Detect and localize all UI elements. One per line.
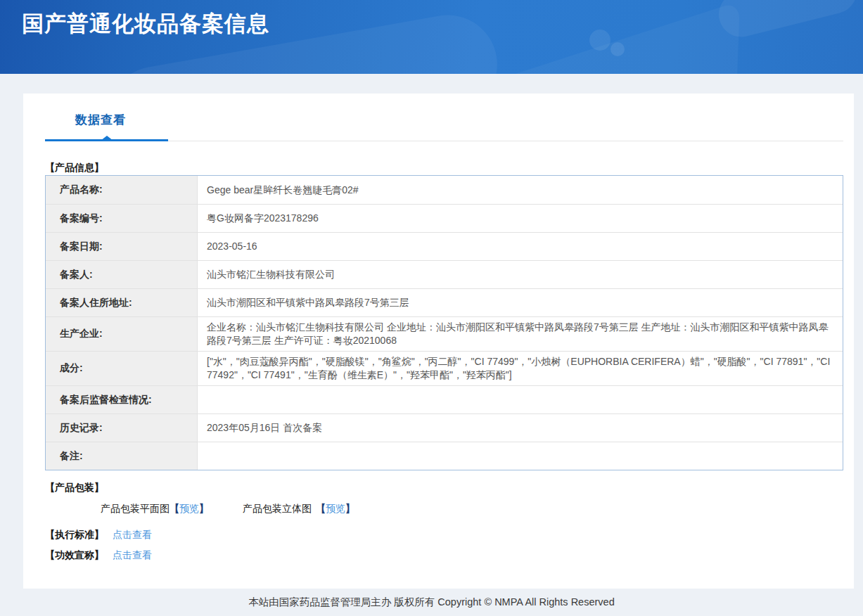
bracket-open: 【 <box>316 503 326 514</box>
table-row: 生产企业: 企业名称：汕头市铭汇生物科技有限公司 企业地址：汕头市潮阳区和平镇紫… <box>46 317 843 352</box>
row-value: ["水"，"肉豆蔻酸异丙酯"，"硬脂酸镁"，"角鲨烷"，"丙二醇"，"CI 77… <box>198 352 843 385</box>
table-row: 备案后监督检查情况: <box>46 386 843 414</box>
table-row: 备案人: 汕头市铭汇生物科技有限公司 <box>46 261 843 289</box>
section-title-standard: 【执行标准】 <box>45 529 104 540</box>
tab-data-view[interactable]: 数据查看 <box>75 112 126 128</box>
packaging-solid-label: 产品包装立体图 <box>243 503 312 514</box>
page-title: 国产普通化妆品备案信息 <box>22 9 269 39</box>
row-value <box>198 386 843 413</box>
section-title-packaging: 【产品包装】 <box>45 482 104 494</box>
table-row: 备案人住所地址: 汕头市潮阳区和平镇紫中路凤皋路段7号第三层 <box>46 289 843 317</box>
row-label: 备案人: <box>46 261 198 288</box>
bracket-close: 】 <box>199 503 209 514</box>
packaging-flat-item: 产品包装平面图【预览】 <box>101 503 209 515</box>
row-label: 备案日期: <box>46 233 198 260</box>
row-value: 2023-05-16 <box>198 233 843 260</box>
header-decoration-circle <box>589 30 611 51</box>
table-row: 备案日期: 2023-05-16 <box>46 233 843 261</box>
section-title-efficacy: 【功效宣称】 <box>45 549 104 560</box>
packaging-flat-label: 产品包装平面图 <box>101 503 170 514</box>
table-row: 备注: <box>46 442 843 470</box>
row-label: 生产企业: <box>46 317 198 351</box>
tab-divider-line <box>45 141 843 141</box>
row-label: 备注: <box>46 442 198 470</box>
row-label: 产品名称: <box>46 176 198 204</box>
row-value: 汕头市铭汇生物科技有限公司 <box>198 261 843 288</box>
content-card: 数据查看 【产品信息】 产品名称: Gege bear星眸纤长卷翘睫毛膏02# … <box>23 94 854 589</box>
standard-view-link[interactable]: 点击查看 <box>113 529 152 540</box>
table-row: 产品名称: Gege bear星眸纤长卷翘睫毛膏02# <box>46 176 843 205</box>
row-value: 2023年05月16日 首次备案 <box>198 414 843 442</box>
page-footer: 本站由国家药品监督管理局主办 版权所有 Copyright © NMPA All… <box>0 589 863 616</box>
row-label: 备案编号: <box>46 205 198 232</box>
active-tab-arrow <box>101 136 113 141</box>
efficacy-view-link[interactable]: 点击查看 <box>113 549 152 560</box>
packaging-solid-item: 产品包装立体图【预览】 <box>243 503 355 515</box>
preview-flat-link[interactable]: 预览 <box>179 503 199 514</box>
row-value: 汕头市潮阳区和平镇紫中路凤皋路段7号第三层 <box>198 289 843 316</box>
section-title-product-info: 【产品信息】 <box>45 162 104 174</box>
efficacy-section: 【功效宣称】点击查看 <box>45 549 152 562</box>
table-row: 成分: ["水"，"肉豆蔻酸异丙酯"，"硬脂酸镁"，"角鲨烷"，"丙二醇"，"C… <box>46 352 843 386</box>
row-value: 粤G妆网备字2023178296 <box>198 205 843 232</box>
row-value: 企业名称：汕头市铭汇生物科技有限公司 企业地址：汕头市潮阳区和平镇紫中路凤皋路段… <box>198 317 843 351</box>
row-label: 历史记录: <box>46 414 198 442</box>
row-value: Gege bear星眸纤长卷翘睫毛膏02# <box>198 176 843 204</box>
copyright-text: 本站由国家药品监督管理局主办 版权所有 Copyright © NMPA All… <box>248 596 614 609</box>
row-label: 成分: <box>46 352 198 385</box>
preview-solid-link[interactable]: 预览 <box>326 503 345 514</box>
bracket-open: 【 <box>170 503 179 514</box>
header-decoration-shape <box>714 0 862 41</box>
standard-section: 【执行标准】点击查看 <box>45 529 152 541</box>
header-decoration-circle <box>611 42 625 56</box>
bracket-close: 】 <box>345 503 355 514</box>
row-label: 备案后监督检查情况: <box>46 386 198 413</box>
row-label: 备案人住所地址: <box>46 289 198 316</box>
page-header: 国产普通化妆品备案信息 <box>0 0 863 74</box>
row-value <box>198 442 843 470</box>
product-info-table: 产品名称: Gege bear星眸纤长卷翘睫毛膏02# 备案编号: 粤G妆网备字… <box>45 175 843 470</box>
table-row: 备案编号: 粤G妆网备字2023178296 <box>46 205 843 233</box>
table-row: 历史记录: 2023年05月16日 首次备案 <box>46 414 843 442</box>
